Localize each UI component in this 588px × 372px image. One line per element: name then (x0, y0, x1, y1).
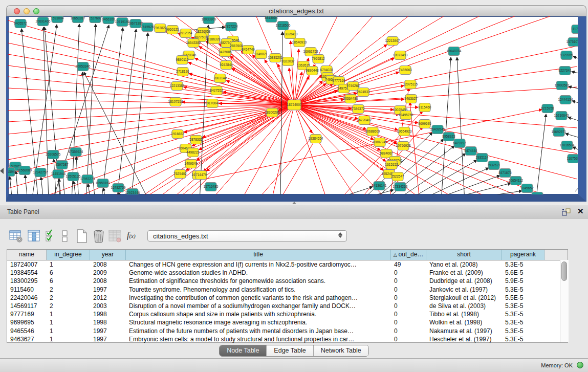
table-cell[interactable]: 2008 (90, 277, 126, 285)
graph-node[interactable]: 18807249 (373, 138, 387, 147)
graph-node[interactable]: 8186328 (207, 35, 221, 44)
graph-node[interactable]: 1615152 (385, 161, 398, 169)
table-cell[interactable]: Estimation of significance thresholds fo… (126, 277, 391, 285)
tab-node-table[interactable]: Node Table (220, 345, 267, 356)
graph-node[interactable]: 8813054 (265, 16, 278, 23)
table-cell[interactable]: 0 (391, 335, 426, 343)
graph-node[interactable]: 10654112 (509, 177, 524, 185)
graph-node[interactable]: 18724007 (287, 100, 302, 110)
table-cell[interactable]: 0 (391, 310, 426, 318)
graph-node[interactable]: 9699695 (418, 120, 431, 128)
graph-node[interactable]: 12444134 (558, 96, 573, 104)
network-window-titlebar[interactable]: citations_edges.txt (6, 5, 586, 16)
graph-node[interactable]: 12975115 (403, 80, 418, 89)
table-cell[interactable]: 22420046 (7, 294, 47, 302)
table-cell[interactable]: de Silva et al. (2003) (426, 302, 502, 310)
graph-node[interactable]: 391594 (8, 168, 15, 177)
table-cell[interactable]: 14569117 (7, 302, 47, 310)
column-header-year[interactable]: year (90, 250, 126, 260)
graph-node[interactable]: 19384554 (309, 135, 323, 143)
clear-selection-icon[interactable] (61, 229, 69, 245)
graph-node[interactable]: 8322037 (281, 57, 295, 66)
table-cell[interactable]: Corpus callosum shape and size in male p… (126, 310, 391, 318)
table-cell[interactable]: 0 (391, 318, 426, 326)
collapse-panel-arrow-icon[interactable] (0, 168, 4, 174)
splitter-handle-icon[interactable] (292, 202, 296, 204)
graph-node[interactable]: 20364486 (343, 95, 358, 103)
graph-node[interactable]: 1527602 (89, 16, 102, 23)
table-cell[interactable]: Hescheler et al. (1997) (426, 335, 502, 343)
graph-node[interactable]: 2624533 (357, 88, 370, 97)
table-cell[interactable]: 6 (47, 269, 90, 277)
table-cell[interactable]: 9699695 (7, 318, 47, 326)
table-cell[interactable]: 1 (47, 327, 90, 335)
graph-node[interactable]: 17957273 (80, 175, 95, 184)
graph-node[interactable]: 18107554 (168, 98, 183, 106)
graph-node[interactable]: 7955812 (312, 55, 325, 63)
graph-node[interactable]: 10756928 (396, 142, 411, 150)
graph-node[interactable]: 13505135 (66, 172, 81, 181)
table-cell[interactable]: 5.3E-5 (502, 286, 545, 294)
table-cell[interactable]: 2003 (90, 302, 126, 310)
table-cell[interactable]: 1 (47, 310, 90, 318)
table-cell[interactable]: 1997 (90, 286, 126, 294)
graph-node[interactable]: 2935114 (476, 154, 489, 162)
graph-node[interactable]: 2718126 (176, 68, 189, 76)
graph-node[interactable]: 9890112 (176, 56, 189, 64)
table-cell[interactable]: Dudbridge et al. (2008) (426, 277, 502, 285)
table-cell[interactable]: 5.3E-5 (502, 302, 545, 310)
graph-node[interactable]: 17359924 (69, 148, 83, 157)
graph-node[interactable]: 16648784 (447, 47, 462, 56)
graph-node[interactable]: 19654923 (397, 127, 412, 136)
graph-node[interactable]: 20053346 (76, 62, 91, 71)
show-column-icon[interactable] (28, 229, 41, 245)
graph-node[interactable]: 1409349 (184, 160, 198, 168)
table-chooser-dropdown[interactable]: citations_edges.txt (147, 230, 347, 242)
tab-edge-table[interactable]: Edge Table (267, 345, 313, 356)
table-cell[interactable]: 0 (391, 327, 426, 335)
tab-network-table[interactable]: Network Table (314, 345, 368, 356)
table-cell[interactable]: 2012 (90, 294, 126, 302)
graph-node[interactable]: 4498222 (186, 148, 200, 157)
table-cell[interactable]: 6 (47, 277, 90, 285)
graph-node[interactable]: 917004 (207, 99, 218, 108)
graph-node[interactable]: 9466160 (102, 16, 115, 24)
table-cell[interactable]: Tourette syndrome. Phenomenology and cla… (126, 286, 391, 294)
table-cell[interactable]: 2 (47, 286, 90, 294)
table-cell[interactable]: 5.3E-5 (502, 260, 545, 269)
table-cell[interactable]: Disruption of a novel member of a sodium… (126, 302, 391, 310)
column-header-short[interactable]: short (426, 250, 502, 260)
graph-node[interactable]: 7932621 (487, 161, 500, 170)
graph-node[interactable]: 9890448 (306, 67, 319, 75)
graph-node[interactable]: 8912954 (179, 29, 192, 38)
table-cell[interactable]: 49 (391, 260, 426, 269)
graph-node[interactable]: 20206576 (46, 150, 61, 159)
graph-node[interactable]: 6479197 (453, 139, 466, 148)
graph-node[interactable]: 15751074 (567, 38, 578, 47)
graph-node[interactable]: 19495756 (399, 111, 413, 120)
graph-node[interactable]: 1117539 (571, 25, 578, 34)
table-cell[interactable]: 1998 (90, 310, 126, 318)
table-cell[interactable]: 19384554 (7, 269, 47, 277)
graph-node[interactable]: 16210643 (554, 112, 569, 120)
table-cell[interactable]: Franke et al. (2009) (426, 269, 502, 277)
column-header-title[interactable]: title (126, 250, 391, 260)
graph-node[interactable]: 714479 (195, 171, 207, 180)
delete-table-icon[interactable] (92, 229, 105, 246)
graph-node[interactable]: 15716485 (204, 183, 219, 191)
graph-node[interactable]: 9245652 (520, 184, 534, 193)
table-cell[interactable]: 0 (391, 294, 426, 302)
graph-node[interactable]: 19218506 (276, 21, 291, 30)
graph-node[interactable]: 12213383 (170, 82, 185, 91)
table-cell[interactable]: 2008 (90, 260, 126, 269)
graph-node[interactable]: 10958167 (96, 179, 111, 188)
table-cell[interactable]: Changes of HCN gene expression and I(f) … (126, 260, 391, 269)
graph-node[interactable]: 2803144 (213, 74, 227, 83)
table-settings-icon[interactable] (9, 229, 23, 245)
graph-node[interactable]: 11568689 (17, 166, 32, 175)
graph-node[interactable]: 20691406 (36, 17, 51, 26)
table-cell[interactable]: 5.3E-5 (502, 310, 545, 318)
table-cell[interactable]: 5.3E-5 (502, 318, 545, 326)
graph-node[interactable]: 17334263 (393, 183, 408, 191)
graph-node[interactable]: 10719195 (115, 18, 130, 27)
